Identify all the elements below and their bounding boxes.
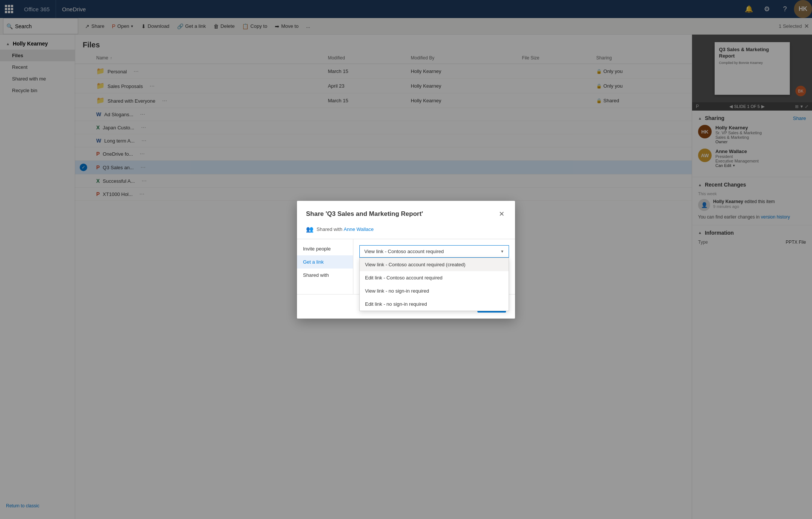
modal-content: View link - Contoso account required ▼ V… bbox=[353, 239, 515, 294]
tab-shared-with[interactable]: Shared with bbox=[297, 269, 353, 282]
link-options-dropdown: View link - Contoso account required (cr… bbox=[359, 258, 509, 311]
link-type-select: View link - Contoso account required ▼ V… bbox=[359, 245, 509, 258]
shared-icon: 👥 bbox=[306, 226, 314, 233]
link-option-3[interactable]: Edit link - no sign-in required bbox=[360, 297, 509, 311]
link-option-0[interactable]: View link - Contoso account required (cr… bbox=[360, 258, 509, 271]
link-select-chevron-icon: ▼ bbox=[500, 249, 504, 253]
modal-shared-info: 👥 Shared with Anne Wallace bbox=[297, 224, 515, 239]
modal-tabs: Invite people Get a link Shared with bbox=[297, 239, 353, 294]
shared-person-name: Anne Wallace bbox=[344, 226, 374, 232]
modal-overlay[interactable]: Share 'Q3 Sales and Marketing Report' ✕ … bbox=[0, 0, 812, 519]
tab-invite-people[interactable]: Invite people bbox=[297, 242, 353, 255]
modal-header: Share 'Q3 Sales and Marketing Report' ✕ bbox=[297, 201, 515, 224]
link-option-1[interactable]: Edit link - Contoso account required bbox=[360, 271, 509, 284]
link-type-display[interactable]: View link - Contoso account required ▼ bbox=[359, 245, 509, 258]
link-type-selected: View link - Contoso account required bbox=[364, 249, 444, 254]
modal-title: Share 'Q3 Sales and Marketing Report' bbox=[306, 210, 423, 218]
modal-body: Invite people Get a link Shared with Vie… bbox=[297, 239, 515, 294]
modal-close-button[interactable]: ✕ bbox=[497, 208, 506, 220]
tab-get-a-link[interactable]: Get a link bbox=[297, 255, 353, 269]
share-modal: Share 'Q3 Sales and Marketing Report' ✕ … bbox=[297, 201, 515, 319]
link-option-2[interactable]: View link - no sign-in required bbox=[360, 284, 509, 297]
